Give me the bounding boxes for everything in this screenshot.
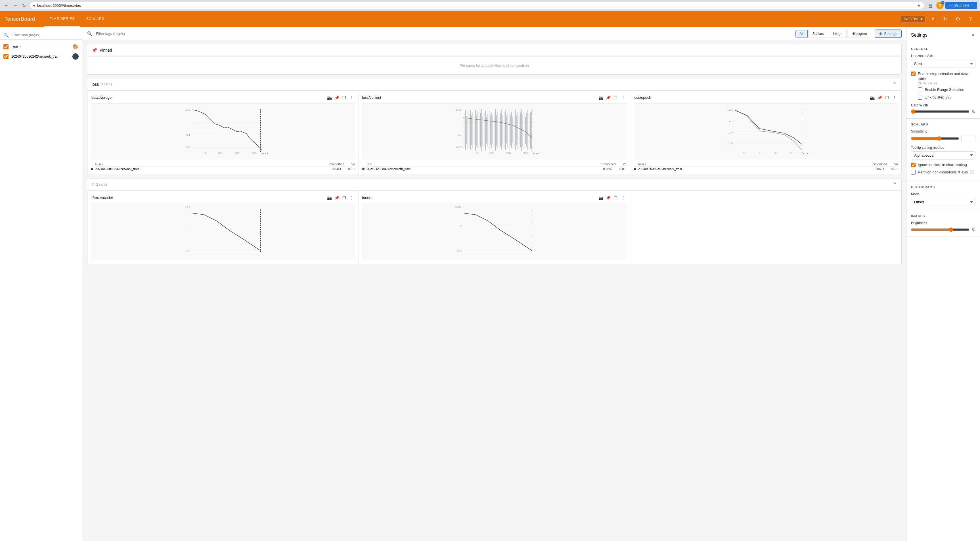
filter-histogram-button[interactable]: Histogram bbox=[847, 30, 871, 37]
svg-rect-31 bbox=[473, 112, 473, 148]
smoothing-label: Smoothing bbox=[911, 129, 975, 134]
run-network-checkbox[interactable] bbox=[3, 54, 8, 59]
run-network-color[interactable] bbox=[72, 53, 79, 60]
run-header-checkbox[interactable] bbox=[3, 44, 8, 49]
finish-update-button[interactable]: Finish update ⋮ bbox=[945, 2, 977, 9]
card-lr-textencoder-menu-icon[interactable]: ⋮ bbox=[348, 194, 355, 201]
inactive-badge[interactable]: INACTIVE ▾ bbox=[901, 16, 926, 22]
app-logo: TensorBoard bbox=[5, 16, 35, 22]
svg-rect-50 bbox=[496, 115, 497, 146]
lr-cards-grid: lr/textencoder 📷 📌 ❐ ⋮ bbox=[87, 191, 902, 264]
sidebar-search-input[interactable] bbox=[11, 33, 79, 37]
card-width-section: Card Width ↻ bbox=[911, 103, 975, 115]
ignore-outliers-checkbox[interactable] bbox=[911, 162, 916, 167]
svg-rect-75 bbox=[528, 110, 528, 150]
tooltip-sort-select[interactable]: Alphabetical Ascending Descending Defaul… bbox=[911, 151, 975, 159]
settings-panel-button[interactable]: ⚙ Settings bbox=[875, 30, 902, 38]
svg-text:1e-4: 1e-4 bbox=[185, 205, 190, 208]
pinned-header: 📌 Pinned bbox=[87, 44, 901, 56]
back-button[interactable]: ← bbox=[3, 2, 10, 9]
mode-label: Mode bbox=[911, 192, 975, 196]
settings-nav-button[interactable]: ⚙ bbox=[953, 14, 963, 24]
theme-button[interactable]: ☀ bbox=[928, 14, 938, 24]
card-lr-unet-header: lr/unet 📷 📌 ❐ ⋮ bbox=[362, 194, 627, 201]
run-header-label[interactable]: Run ↑ bbox=[11, 45, 70, 49]
svg-rect-38 bbox=[481, 109, 482, 151]
card-lr-textencoder-expand-icon[interactable]: ❐ bbox=[341, 194, 348, 201]
card-loss-current-pin-icon[interactable]: 📌 bbox=[605, 94, 612, 101]
card-lr-textencoder-pin-icon[interactable]: 📌 bbox=[334, 194, 340, 201]
svg-rect-25 bbox=[465, 110, 466, 150]
card-lr-unet-pin-icon[interactable]: 📌 bbox=[605, 194, 612, 201]
card-loss-average-menu-icon[interactable]: ⋮ bbox=[348, 94, 355, 101]
reload-button[interactable]: ↻ bbox=[21, 2, 27, 10]
forward-button[interactable]: → bbox=[12, 2, 19, 9]
nav-tab-scalars[interactable]: SCALARS bbox=[80, 11, 110, 27]
panel-close-button[interactable]: × bbox=[971, 31, 975, 39]
card-loss-epoch-pin-icon[interactable]: 📌 bbox=[877, 94, 883, 101]
run-network-item: 20240425080242/network_train bbox=[0, 52, 82, 61]
filter-tags-input[interactable] bbox=[96, 32, 792, 36]
extensions-button[interactable]: ▤ bbox=[927, 2, 935, 10]
card-loss-current-image-icon[interactable]: 📷 bbox=[598, 94, 605, 101]
url-bar[interactable]: ● localhost:6006/#timeseries ★ bbox=[29, 2, 924, 9]
svg-rect-27 bbox=[467, 111, 468, 149]
svg-rect-48 bbox=[494, 112, 494, 147]
svg-rect-51 bbox=[497, 111, 498, 148]
svg-rect-24 bbox=[464, 113, 464, 147]
card-width-reset-button[interactable]: ↻ bbox=[972, 109, 975, 115]
svg-rect-73 bbox=[525, 117, 525, 144]
svg-rect-29 bbox=[470, 110, 471, 150]
refresh-button[interactable]: ↻ bbox=[940, 14, 950, 24]
card-lr-unet-expand-icon[interactable]: ❐ bbox=[612, 194, 619, 201]
mode-select[interactable]: Offset Overlay bbox=[911, 198, 975, 206]
card-loss-average-expand-icon[interactable]: ❐ bbox=[341, 94, 348, 101]
avatar[interactable]: G 4 bbox=[936, 2, 943, 9]
partition-checkbox[interactable] bbox=[911, 170, 916, 175]
help-button[interactable]: ? bbox=[965, 14, 975, 24]
filter-scalars-button[interactable]: Scalars bbox=[808, 30, 828, 37]
card-lr-unet-title: lr/unet bbox=[362, 196, 598, 200]
group-lr-header[interactable]: lr 2 cards ⌃ bbox=[87, 178, 902, 191]
card-loss-average-image-icon[interactable]: 📷 bbox=[326, 94, 333, 101]
card-width-slider[interactable] bbox=[911, 109, 969, 114]
run-dot-3 bbox=[634, 168, 636, 170]
filter-image-button[interactable]: Image bbox=[829, 30, 846, 37]
group-loss-header[interactable]: loss 3 cards ⌃ bbox=[87, 78, 902, 91]
brightness-label: Brightness bbox=[911, 221, 975, 225]
partition-info-icon: ⓘ bbox=[970, 170, 974, 175]
card-lr-unet-icons: 📷 📌 ❐ ⋮ bbox=[598, 194, 627, 201]
svg-rect-26 bbox=[466, 116, 467, 144]
palette-button[interactable]: 🎨 bbox=[72, 44, 79, 50]
nav-tab-timeseries[interactable]: TIME SERIES bbox=[44, 11, 81, 27]
pinned-section: 📌 Pinned Pin cards for a quick view and … bbox=[87, 44, 902, 75]
brightness-slider[interactable] bbox=[911, 228, 969, 232]
card-loss-average-pin-icon[interactable]: 📌 bbox=[334, 94, 340, 101]
card-loss-epoch-expand-icon[interactable]: ❐ bbox=[884, 94, 891, 101]
card-lr-unet-image-icon[interactable]: 📷 bbox=[598, 194, 605, 201]
sidebar-search-bar: 🔍 bbox=[0, 31, 82, 40]
card-loss-current-menu-icon[interactable]: ⋮ bbox=[620, 94, 627, 101]
card-lr-textencoder-image-icon[interactable]: 📷 bbox=[326, 194, 333, 201]
run-dot bbox=[91, 168, 93, 170]
smoothing-value-input[interactable]: 0.6 bbox=[961, 135, 975, 142]
card-lr-unet-menu-icon[interactable]: ⋮ bbox=[620, 194, 627, 201]
brightness-reset-button[interactable]: ↻ bbox=[972, 227, 975, 232]
svg-rect-66 bbox=[516, 115, 517, 145]
svg-rect-77 bbox=[530, 112, 530, 148]
app: TensorBoard TIME SERIES SCALARS INACTIVE… bbox=[0, 11, 980, 541]
card-loss-epoch-image-icon[interactable]: 📷 bbox=[869, 94, 876, 101]
horizontal-axis-select[interactable]: Step Relative Wall bbox=[911, 60, 975, 68]
smoothing-slider[interactable] bbox=[911, 136, 959, 141]
col-value-label2: Va bbox=[618, 162, 627, 166]
card-loss-current-expand-icon[interactable]: ❐ bbox=[612, 94, 619, 101]
svg-rect-57 bbox=[505, 110, 505, 150]
group-lr: lr 2 cards ⌃ lr/textencoder 📷 📌 ❐ bbox=[87, 178, 902, 264]
card-loss-epoch-menu-icon[interactable]: ⋮ bbox=[891, 94, 898, 101]
filter-all-button[interactable]: All bbox=[795, 30, 808, 37]
link-step-checkbox[interactable] bbox=[918, 95, 923, 100]
card-loss-epoch-header: loss/epoch 📷 📌 ❐ ⋮ bbox=[634, 94, 898, 101]
enable-step-checkbox[interactable] bbox=[911, 72, 916, 76]
enable-range-checkbox[interactable] bbox=[918, 88, 923, 92]
svg-rect-68 bbox=[519, 116, 519, 144]
